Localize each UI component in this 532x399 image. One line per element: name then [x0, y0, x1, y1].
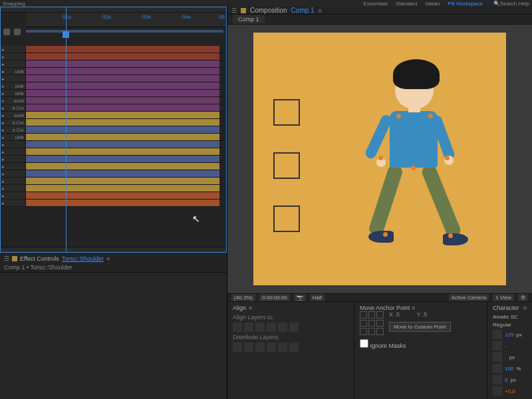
effect-controls-body[interactable]	[0, 273, 227, 399]
layer-bar[interactable]	[26, 170, 219, 177]
layer-bar[interactable]	[26, 134, 219, 140]
layer-bar[interactable]	[26, 104, 219, 111]
scale-value[interactable]: 100	[505, 366, 513, 372]
font-weight-dropdown[interactable]: Regular	[493, 322, 511, 328]
layer-label[interactable]: ▸	[1, 200, 26, 206]
workspace-essentials[interactable]: Essentials	[363, 1, 387, 7]
snapshot-icon[interactable]: 📷	[294, 294, 306, 301]
align-bottom-icon[interactable]	[289, 323, 299, 332]
align-right-icon[interactable]	[255, 323, 265, 332]
effect-controls-layer[interactable]: Torso::Shoulder	[62, 255, 104, 262]
timeline-layer-row[interactable]: ▸	[1, 178, 226, 185]
layer-bar[interactable]	[26, 75, 219, 82]
layer-label[interactable]: ▸	[1, 163, 26, 170]
layer-bar[interactable]	[26, 119, 219, 126]
shape-square[interactable]	[273, 99, 300, 126]
tracking-value[interactable]: -	[505, 343, 507, 349]
layer-bar[interactable]	[26, 46, 219, 53]
timeline-layer-row[interactable]: ▸ulde	[1, 90, 226, 97]
timeline-layer-row[interactable]: ▸	[1, 53, 226, 61]
panel-menu-icon[interactable]: ☰	[4, 255, 9, 262]
layer-label[interactable]: ▸	[1, 53, 26, 60]
timeline-layer-row[interactable]: ▸	[1, 170, 226, 178]
playhead[interactable]	[66, 7, 66, 253]
layer-label[interactable]: ▸e Cor	[1, 119, 26, 126]
timeline-layer-row[interactable]: ▸	[1, 156, 226, 163]
layer-bar[interactable]	[26, 178, 219, 184]
timeline-layer-row[interactable]: ▸ound	[1, 97, 226, 104]
composition-name[interactable]: Comp 1	[291, 7, 315, 14]
timeline-layer-row[interactable]: ▸	[1, 148, 226, 156]
panel-options-icon[interactable]: ≡	[106, 255, 110, 262]
search-help[interactable]: Search Help	[500, 1, 529, 7]
align-left-icon[interactable]	[233, 323, 242, 332]
timeline-scrollbar[interactable]	[1, 247, 226, 252]
distribute-icon[interactable]	[255, 342, 265, 352]
layer-label[interactable]: ▸	[1, 192, 26, 199]
align-hcenter-icon[interactable]	[244, 323, 253, 332]
layer-label[interactable]: ▸	[1, 185, 26, 192]
anchor-grid[interactable]	[360, 311, 384, 335]
layer-bar[interactable]	[26, 200, 219, 206]
layer-label[interactable]: ▸ulde	[1, 68, 26, 74]
timeline-layer-row[interactable]: ▸	[1, 192, 226, 200]
move-custom-button[interactable]: Move to Custom Point	[389, 322, 451, 332]
timeline-layer-row[interactable]: ▸ulde	[1, 68, 226, 75]
layer-label[interactable]: ▸ulde	[1, 90, 26, 96]
align-vcenter-icon[interactable]	[278, 323, 287, 332]
align-top-icon[interactable]	[267, 323, 276, 332]
timeline-layer-row[interactable]: ▸	[1, 200, 226, 207]
camera-dropdown[interactable]: Active Camera	[449, 294, 489, 301]
zoom-dropdown[interactable]: (40.3%)	[231, 294, 255, 301]
timeline-layer-row[interactable]: ▸	[1, 185, 226, 192]
time-ruler[interactable]: 01s 02s 03s 04s 05	[26, 13, 226, 27]
layer-label[interactable]: ▸ulde	[1, 82, 26, 89]
timeline-layer-row[interactable]: ▸	[1, 141, 226, 148]
layer-label[interactable]: ▸	[1, 178, 26, 184]
font-size-value[interactable]: 125	[505, 332, 513, 338]
layer-label[interactable]: ▸	[1, 61, 26, 67]
viewer-option-icon[interactable]: ⚙	[518, 294, 528, 301]
layer-label[interactable]: ▸ound	[1, 112, 26, 118]
layer-bar[interactable]	[26, 82, 219, 89]
distribute-icon[interactable]	[233, 342, 242, 352]
timecode[interactable]: 0:00:00:00	[259, 294, 290, 301]
shape-square[interactable]	[273, 152, 300, 179]
layer-bar[interactable]	[26, 126, 219, 133]
tl-tool-icon[interactable]	[3, 29, 10, 35]
layer-label[interactable]: ▸	[1, 148, 26, 155]
timeline-layer-row[interactable]: ▸ulde	[1, 134, 226, 141]
timeline-layer-row[interactable]: ▸ound	[1, 112, 226, 119]
views-dropdown[interactable]: 1 View	[493, 294, 514, 301]
workspace-pb[interactable]: PB Workspace	[448, 1, 483, 7]
timeline-layer-row[interactable]: ▸ulde	[1, 82, 226, 90]
layer-bar[interactable]	[26, 163, 219, 170]
panel-menu-icon[interactable]: ☰	[231, 7, 237, 14]
layer-bar[interactable]	[26, 97, 219, 104]
layer-label[interactable]: ▸ound	[1, 97, 26, 104]
resolution-dropdown[interactable]: Half	[310, 294, 325, 301]
shape-square[interactable]	[273, 205, 300, 232]
timeline-layer-row[interactable]: ▸e Cor	[1, 119, 226, 126]
distribute-icon[interactable]	[267, 342, 276, 352]
panel-options-icon[interactable]: ≡	[249, 305, 252, 311]
layer-label[interactable]: ▸e Cor	[1, 104, 26, 111]
timeline-layer-row[interactable]: ▸e Cor	[1, 126, 226, 134]
layer-bar[interactable]	[26, 61, 219, 67]
fill-value[interactable]: +0,0	[505, 388, 515, 394]
comp-tab[interactable]: Comp 1	[233, 15, 265, 24]
panel-options-icon[interactable]: ≡	[319, 7, 322, 14]
distribute-icon[interactable]	[278, 342, 287, 352]
font-family-dropdown[interactable]: Amatic SC	[493, 314, 518, 320]
distribute-icon[interactable]	[244, 342, 253, 352]
composition-canvas[interactable]	[253, 33, 506, 285]
timeline-panel[interactable]: 01s 02s 03s 04s 05 ▸▸▸▸ulde▸▸ulde▸ulde▸o…	[0, 7, 227, 253]
baseline-value[interactable]: 0	[505, 377, 507, 383]
anchor-x-input[interactable]	[395, 311, 414, 318]
panel-options-icon[interactable]: ≡	[412, 305, 415, 311]
leading-value[interactable]: -	[505, 354, 507, 360]
layer-label[interactable]: ▸e Cor	[1, 126, 26, 133]
panel-options-icon[interactable]: ≡	[523, 305, 527, 311]
workspace-hakan[interactable]: hakan	[425, 1, 440, 7]
layer-bar[interactable]	[26, 156, 219, 162]
